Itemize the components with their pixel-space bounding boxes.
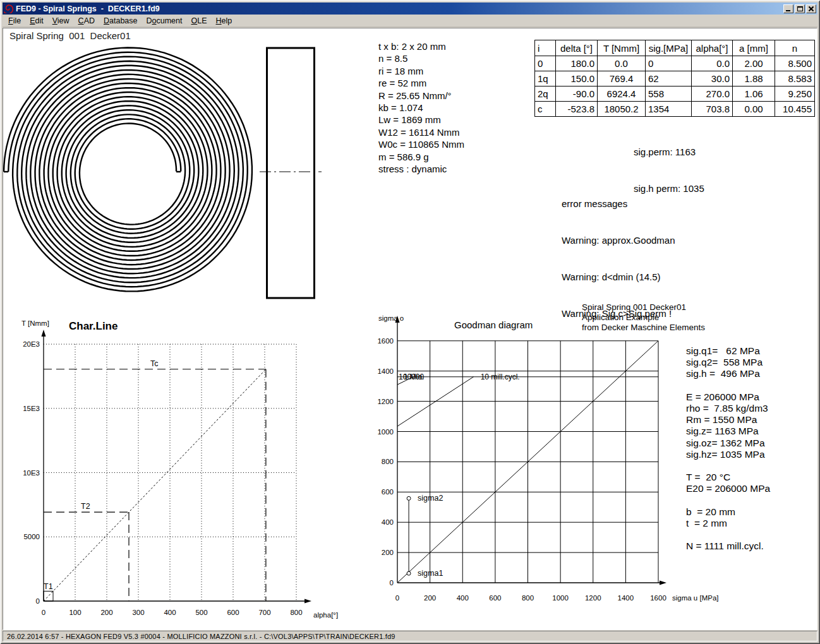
table-cell: -90.0 bbox=[556, 86, 598, 102]
results-table: idelta [°]T [Nmm]sig.[MPa]alpha[°]a [mm]… bbox=[534, 40, 815, 117]
table-cell: 2.00 bbox=[733, 56, 775, 71]
t1-label: T1 bbox=[44, 582, 53, 591]
minimize-button[interactable] bbox=[783, 4, 793, 13]
menu-item-view[interactable]: View bbox=[48, 15, 74, 27]
y-tick-label: 15E3 bbox=[23, 405, 40, 412]
x-tick-label: 0 bbox=[395, 594, 399, 602]
table-cell: 1q bbox=[535, 71, 556, 86]
y-tick-label: 0 bbox=[390, 579, 394, 587]
app-window: FED9 - Spiral Springs - DECKER1.fd9 File… bbox=[0, 0, 820, 644]
param-block: t x b: 2 x 20 mm n = 8.5 ri = 18 mm re =… bbox=[378, 40, 464, 175]
table-cell: 0 bbox=[535, 56, 556, 71]
status-text: 26.02.2014 6:57 - HEXAGON FED9 V5.3 #000… bbox=[7, 633, 395, 640]
table-cell: 30.0 bbox=[692, 71, 733, 86]
menu-item-ole[interactable]: OLE bbox=[187, 15, 212, 27]
close-icon bbox=[809, 6, 814, 11]
table-row: 2q-90.06924.4558270.01.069.250 bbox=[535, 86, 815, 102]
table-cell: 1354 bbox=[646, 102, 692, 117]
close-button[interactable] bbox=[806, 4, 816, 13]
spiral-icon-glyph bbox=[4, 4, 13, 13]
error-messages-title: error messages bbox=[562, 198, 675, 210]
table-cell: c bbox=[535, 102, 556, 117]
y-tick-label: 5000 bbox=[23, 533, 40, 540]
x-tick-label: 300 bbox=[132, 609, 144, 616]
error-message: Warning: d<dmin (14.5) bbox=[562, 271, 675, 283]
y-tick-label: 800 bbox=[382, 458, 394, 465]
table-cell: 8.500 bbox=[775, 56, 815, 71]
table-cell: 703.8 bbox=[692, 102, 733, 117]
table-cell: 180.0 bbox=[556, 56, 598, 71]
maximize-button[interactable] bbox=[795, 4, 805, 13]
minimize-icon bbox=[786, 10, 790, 11]
error-message: Warning: approx.Goodman bbox=[562, 234, 675, 246]
y-axis-arrow bbox=[42, 330, 46, 337]
table-cell: 0.00 bbox=[733, 102, 775, 117]
table-cell: 0.0 bbox=[598, 56, 646, 71]
y-axis-label: T [Nmm] bbox=[21, 319, 49, 327]
x-tick-label: 800 bbox=[522, 594, 534, 602]
client-area: Spiral Spring 001 Decker01 t x b: 2 x 20… bbox=[3, 28, 817, 630]
characteristic-line bbox=[44, 369, 266, 601]
x-tick-label: 700 bbox=[258, 609, 270, 616]
table-cell: 10.455 bbox=[775, 102, 815, 117]
table-cell: 1.06 bbox=[733, 86, 775, 102]
y-tick-label: 600 bbox=[382, 488, 394, 496]
table-header: T [Nmm] bbox=[598, 40, 646, 56]
sigma2-label: sigma2 bbox=[418, 494, 443, 503]
table-cell: 8.583 bbox=[775, 71, 815, 86]
table-cell: 62 bbox=[646, 71, 692, 86]
spiral-spring-drawing bbox=[3, 37, 332, 304]
table-header: delta [°] bbox=[556, 40, 598, 56]
y-tick-label: 200 bbox=[382, 549, 394, 556]
x-tick-label: 400 bbox=[164, 609, 176, 616]
x-axis-arrow bbox=[660, 581, 666, 585]
table-cell: 2q bbox=[535, 86, 556, 102]
table-cell: 0.0 bbox=[692, 56, 733, 71]
table-cell: 6924.4 bbox=[598, 86, 646, 102]
x-tick-label: 1600 bbox=[650, 594, 666, 602]
menu-item-file[interactable]: File bbox=[4, 15, 25, 27]
x-tick-label: 600 bbox=[489, 594, 501, 602]
chart-title: Goodman diagram bbox=[454, 319, 533, 330]
table-row: 0180.00.000.02.008.500 bbox=[535, 56, 815, 71]
menu-item-document[interactable]: Document bbox=[142, 15, 187, 27]
x-tick-label: 500 bbox=[195, 609, 207, 616]
x-tick-label: 400 bbox=[457, 594, 469, 602]
table-header: i bbox=[535, 40, 556, 56]
x-tick-label: 200 bbox=[100, 609, 112, 616]
table-header: n bbox=[775, 40, 815, 56]
title-bar[interactable]: FED9 - Spiral Springs - DECKER1.fd9 bbox=[3, 3, 817, 15]
menu-item-edit[interactable]: Edit bbox=[25, 15, 48, 27]
table-cell: 150.0 bbox=[556, 71, 598, 86]
x-axis-label: sigma u [MPa] bbox=[672, 594, 719, 602]
x-tick-label: 1000 bbox=[552, 594, 569, 602]
cycle-line-label: 1 Mio. bbox=[404, 373, 425, 381]
x-axis-label: alpha[°] bbox=[313, 611, 338, 619]
menu-item-database[interactable]: Database bbox=[99, 15, 142, 27]
table-cell: 9.250 bbox=[775, 86, 815, 102]
table-cell: 270.0 bbox=[692, 86, 733, 102]
menu-item-cad[interactable]: CAD bbox=[74, 15, 99, 27]
t2-label: T2 bbox=[81, 502, 90, 511]
sigma1-label: sigma1 bbox=[418, 569, 443, 578]
table-cell: 18050.2 bbox=[598, 102, 646, 117]
x-tick-label: 600 bbox=[227, 609, 239, 616]
menu-bar: FileEditViewCADDatabaseDocumentOLEHelp bbox=[3, 15, 817, 27]
chart-header-line: Application Example bbox=[582, 313, 659, 322]
y-tick-label: 10E3 bbox=[23, 469, 40, 477]
sigma2-point bbox=[407, 496, 411, 500]
x-tick-label: 1200 bbox=[585, 594, 601, 602]
table-header: sig.[MPa] bbox=[646, 40, 692, 56]
y-tick-label: 0 bbox=[36, 597, 40, 605]
table-cell: 0 bbox=[646, 56, 692, 71]
y-tick-label: 1000 bbox=[377, 428, 394, 436]
y-tick-label: 1400 bbox=[377, 367, 394, 375]
table-cell: 769.4 bbox=[598, 71, 646, 86]
cycle-line-label: 10 mill.cycl. bbox=[481, 373, 520, 381]
table-cell: -523.8 bbox=[556, 102, 598, 117]
y-tick-label: 20E3 bbox=[23, 340, 40, 348]
characteristic-line-chart: 01002003004005006007008000500010E315E320… bbox=[16, 316, 363, 630]
x-tick-label: 100 bbox=[69, 609, 81, 616]
x-axis-arrow bbox=[304, 599, 311, 604]
menu-item-help[interactable]: Help bbox=[212, 15, 237, 27]
